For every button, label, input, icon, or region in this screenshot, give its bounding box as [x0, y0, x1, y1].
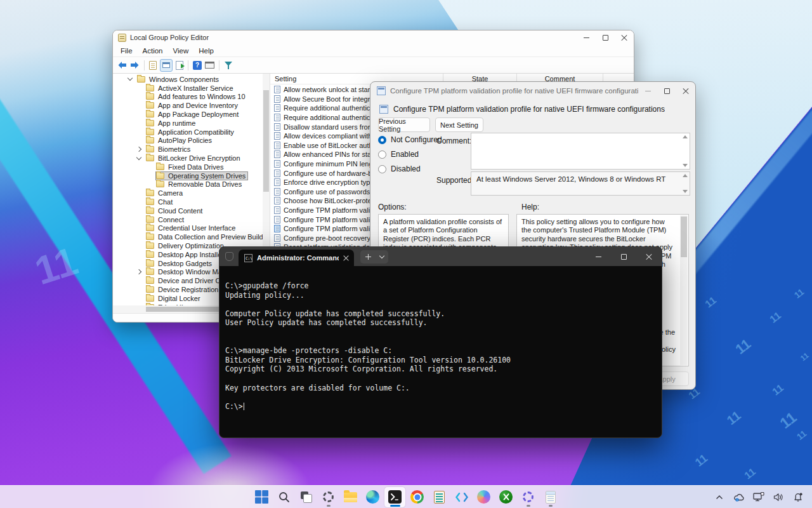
- dev-app-button[interactable]: [451, 487, 472, 507]
- tab-close-icon[interactable]: [343, 255, 349, 261]
- scroll-up-icon[interactable]: [682, 135, 688, 138]
- tree-item[interactable]: Windows Components: [113, 75, 263, 84]
- hidden-icons-chevron-icon[interactable]: [713, 490, 726, 505]
- scroll-up-icon[interactable]: [682, 174, 688, 177]
- menu-help[interactable]: Help: [193, 47, 219, 55]
- dialog-app-icon: [377, 86, 386, 95]
- policy-icon: [274, 132, 280, 140]
- notification-bell-icon[interactable]: [792, 490, 804, 505]
- maximize-button[interactable]: [657, 82, 676, 100]
- task-view-button[interactable]: [296, 487, 317, 507]
- menu-action[interactable]: Action: [138, 47, 168, 55]
- help-scrollbar[interactable]: [680, 215, 688, 365]
- chrome-button[interactable]: [407, 487, 428, 507]
- terminal-button[interactable]: [384, 487, 405, 507]
- chevron-down-icon[interactable]: [136, 154, 141, 159]
- close-button[interactable]: [615, 30, 634, 44]
- folder-icon: [146, 243, 154, 249]
- radio-disabled[interactable]: Disabled: [378, 164, 421, 173]
- tree-item[interactable]: Add features to Windows 10: [113, 93, 263, 102]
- help-icon[interactable]: [193, 61, 202, 70]
- tree-item[interactable]: Cloud Content: [113, 206, 263, 215]
- doc-edit-icon[interactable]: [149, 61, 157, 70]
- dialog-title: Configure TPM platform validation profil…: [390, 87, 638, 95]
- console-window-icon[interactable]: [205, 62, 214, 69]
- tree-item[interactable]: BitLocker Drive Encryption: [113, 154, 263, 163]
- powertoys-button[interactable]: [518, 487, 539, 507]
- copilot-button[interactable]: [473, 487, 494, 507]
- start-button[interactable]: [251, 487, 272, 507]
- chevron-right-icon[interactable]: [136, 147, 141, 152]
- console-tree-toggle-icon[interactable]: [160, 59, 173, 72]
- terminal-tab[interactable]: Administrator: Command Pro: [239, 250, 354, 266]
- tree-item[interactable]: Fixed Data Drives: [113, 163, 263, 171]
- volume-icon[interactable]: [772, 490, 785, 505]
- comment-textarea[interactable]: [471, 133, 690, 170]
- notepad-button[interactable]: [540, 487, 561, 507]
- tree-item-selected[interactable]: Operating System Drives: [113, 171, 263, 180]
- filter-funnel-icon[interactable]: [224, 61, 233, 70]
- gpedit-menubar: File Action View Help: [113, 44, 634, 57]
- policy-icon: [274, 170, 280, 177]
- gpedit-titlebar[interactable]: Local Group Policy Editor: [113, 30, 634, 44]
- terminal-line: User Policy update has completed success…: [225, 318, 657, 328]
- terminal-line: BitLocker Drive Encryption: Configuratio…: [225, 356, 657, 365]
- chevron-right-icon[interactable]: [136, 269, 141, 274]
- maximize-button[interactable]: [611, 247, 636, 266]
- tree-item[interactable]: App Package Deployment: [113, 110, 263, 119]
- forward-arrow-icon[interactable]: [130, 61, 140, 69]
- tab-dropdown-button[interactable]: [376, 250, 388, 264]
- next-setting-button[interactable]: Next Setting: [435, 117, 483, 132]
- folder-icon: [137, 76, 145, 83]
- xbox-button[interactable]: [495, 487, 516, 507]
- tree-item[interactable]: Connect: [113, 215, 263, 224]
- tree-item[interactable]: Removable Data Drives: [113, 180, 263, 189]
- tree-item[interactable]: Application Compatibility: [113, 128, 263, 137]
- scroll-down-icon[interactable]: [682, 164, 688, 167]
- taskbar: i: [0, 485, 812, 508]
- onedrive-cloud-icon[interactable]: i: [733, 490, 745, 505]
- radio-enabled[interactable]: Enabled: [378, 150, 419, 159]
- menu-view[interactable]: View: [168, 47, 194, 55]
- folder-icon: [146, 199, 154, 205]
- tree-item[interactable]: App and Device Inventory: [113, 101, 263, 110]
- copilot-icon: [477, 490, 490, 504]
- terminal-titlebar[interactable]: Administrator: Command Pro: [219, 247, 662, 266]
- previous-setting-button[interactable]: Previous Setting: [378, 117, 430, 132]
- back-arrow-icon[interactable]: [117, 61, 127, 69]
- settings-button[interactable]: [318, 487, 339, 507]
- tree-item[interactable]: Camera: [113, 189, 263, 197]
- tree-item[interactable]: ActiveX Installer Service: [113, 84, 263, 93]
- tree-item[interactable]: Chat: [113, 197, 263, 206]
- folder-icon: [156, 181, 164, 187]
- tree-item[interactable]: Credential User Interface: [113, 224, 263, 233]
- tree-item[interactable]: Data Collection and Preview Builds: [113, 232, 263, 241]
- tree-item[interactable]: Biometrics: [113, 145, 263, 154]
- tree-item[interactable]: AutoPlay Policies: [113, 137, 263, 145]
- network-icon[interactable]: [752, 490, 765, 505]
- scroll-down-icon[interactable]: [682, 190, 688, 193]
- menu-file[interactable]: File: [115, 47, 138, 55]
- maximize-button[interactable]: [596, 30, 615, 44]
- folder-icon: [146, 155, 154, 161]
- file-explorer-button[interactable]: [340, 487, 361, 507]
- gpedit-toolbar: [113, 57, 634, 74]
- minimize-button[interactable]: [577, 30, 596, 44]
- edge-button[interactable]: [362, 487, 383, 507]
- tree-item[interactable]: App runtime: [113, 119, 263, 128]
- close-button[interactable]: [636, 247, 662, 266]
- export-list-icon[interactable]: [176, 61, 183, 70]
- chevron-down-icon[interactable]: [128, 76, 133, 81]
- search-button[interactable]: [273, 487, 294, 507]
- terminal-output[interactable]: C:\>gpupdate /force Updating policy... C…: [219, 266, 662, 411]
- terminal-prompt[interactable]: C:\>: [225, 402, 657, 411]
- notes-app-button[interactable]: [429, 487, 450, 507]
- dialog-titlebar[interactable]: Configure TPM platform validation profil…: [370, 82, 695, 100]
- radio-not-configured[interactable]: Not Configured: [378, 135, 442, 144]
- minimize-button[interactable]: [638, 82, 657, 100]
- new-tab-button[interactable]: [360, 250, 376, 264]
- close-button[interactable]: [676, 82, 695, 100]
- terminal-line: C:\>manage-bde -protectors -disable C:: [225, 346, 657, 356]
- minimize-button[interactable]: [586, 247, 611, 266]
- terminal-line: [225, 328, 657, 337]
